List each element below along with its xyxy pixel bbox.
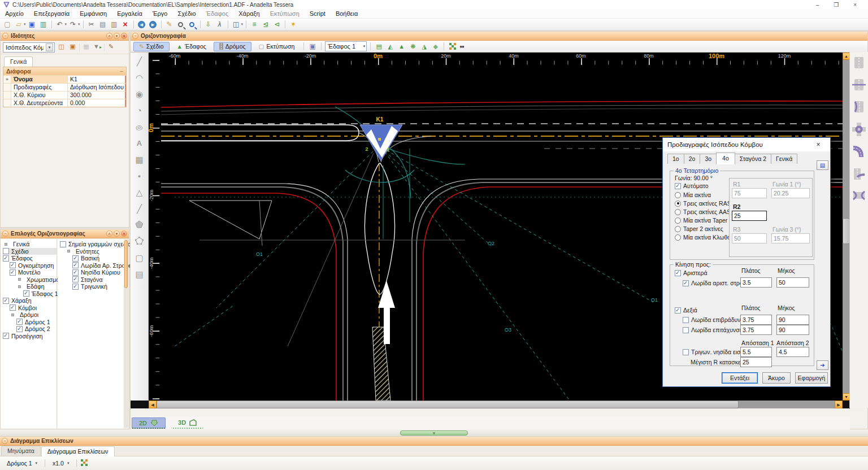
auto-checkbox[interactable]: Αυτόματο	[675, 182, 709, 189]
tree-item[interactable]: Δρόμος 1	[16, 319, 57, 326]
segment-tool-icon[interactable]: ╱	[133, 203, 146, 215]
redo-caret-icon[interactable]: ▾	[78, 22, 80, 27]
restore-button[interactable]: ❐	[834, 2, 839, 8]
tab-quadrant-4[interactable]: 4ο	[716, 153, 735, 164]
polygon-tool-icon[interactable]	[133, 236, 146, 247]
wand-icon[interactable]: ✶	[288, 20, 298, 29]
tree-item[interactable]: Έδαφος	[3, 255, 57, 262]
open-file-caret-icon[interactable]: ▾	[24, 22, 26, 27]
panel-rollup-icon[interactable]: ∧	[106, 33, 112, 39]
dialog-titlebar[interactable]: Προδιαγραφές Ισόπεδου Κόμβου ×	[663, 138, 830, 151]
tab-superelevation[interactable]: Διάγραμμα Επικλίσεων	[41, 446, 115, 456]
layers-icon[interactable]: ▣	[307, 42, 318, 51]
tree-item[interactable]: Εδάφη	[16, 283, 57, 290]
panel-collapse-icon[interactable]: −	[2, 438, 8, 444]
property-row-station-secondary[interactable]: Χ.Θ. Δευτερεύοντα 0.000	[3, 99, 126, 107]
road-crossing-icon[interactable]	[852, 79, 866, 91]
text-tool-icon[interactable]: A	[133, 138, 146, 149]
tree-item[interactable]: Δρόμος 2	[16, 325, 57, 333]
triangle-cut-icon[interactable]: ◮	[419, 43, 429, 50]
scale-select[interactable]: x1.0▾	[49, 459, 72, 467]
options-scrollbar[interactable]	[124, 240, 128, 428]
object-type-select[interactable]: Ισόπεδος Κόμβος▾	[3, 42, 55, 53]
road-edge-curve-icon[interactable]	[852, 101, 866, 113]
dialog-next-icon[interactable]: ➔	[817, 360, 828, 370]
menu-tools[interactable]: Εργαλεία	[112, 10, 147, 18]
window-layout-icon[interactable]: ◫	[231, 20, 241, 29]
decel-width-field[interactable]	[740, 315, 772, 325]
curved-road-icon[interactable]	[852, 146, 866, 158]
tree-item[interactable]: Δρόμοι	[10, 311, 57, 319]
mode-print-button[interactable]: ▢Εκτύπωση	[253, 42, 301, 51]
horizontal-splitter[interactable]: ▼	[0, 429, 868, 436]
tab-2d[interactable]: 2D	[132, 417, 166, 429]
tab-droplet-2[interactable]: Σταγόνα 2	[735, 154, 771, 164]
sheet-dotted-tool-icon[interactable]: ▤	[133, 269, 146, 280]
menu-view[interactable]: Εμφάνιση	[75, 10, 112, 18]
tree-item[interactable]: Σταγόνα	[72, 276, 124, 284]
panel-collapse-icon[interactable]: −	[2, 230, 8, 237]
panel-collapse-icon[interactable]: −	[2, 33, 8, 39]
radio-one-radius[interactable]: Μία ακτίνα	[675, 192, 711, 198]
sheet-tool-icon[interactable]: ▢	[133, 253, 146, 264]
tree-item[interactable]: Μοντέλο	[10, 269, 57, 276]
tree-item[interactable]: Κόμβοι	[10, 304, 57, 312]
line-tool-icon[interactable]: ╱	[133, 56, 146, 67]
tree-item[interactable]: Σημεία γραμμών σχεδίου	[60, 241, 124, 248]
zoom-in-icon[interactable]	[176, 20, 186, 29]
panel-close-icon[interactable]: ×	[121, 33, 127, 39]
menu-file[interactable]: Αρχείο	[0, 10, 29, 18]
roundabout-icon[interactable]	[852, 123, 866, 136]
diamond-icon[interactable]: ◆	[431, 43, 440, 50]
menu-project[interactable]: Έργο	[147, 10, 173, 18]
paste-icon[interactable]: ▥	[109, 20, 119, 29]
road-select[interactable]: Δρόμος 1▾	[3, 459, 41, 467]
r3-field[interactable]	[732, 233, 767, 243]
menu-script[interactable]: Script	[305, 10, 331, 18]
polygon-filled-tool-icon[interactable]	[133, 220, 146, 231]
tree-item[interactable]: Ογκομέτρηση	[10, 262, 57, 269]
tree-item[interactable]: Ενότητες	[66, 248, 124, 255]
ok-button[interactable]: Εντάξει	[722, 372, 758, 384]
cut-icon[interactable]: ✂	[86, 20, 97, 29]
surface-select[interactable]: Έδαφος 1▾	[325, 41, 367, 51]
pie-tool-icon[interactable]: ◔	[133, 105, 146, 116]
property-row-station-main[interactable]: Χ.Θ. Κύριου 300.000	[3, 91, 126, 99]
grid-points-icon[interactable]	[448, 42, 458, 51]
panel-rollup-icon[interactable]: ∧	[106, 230, 112, 237]
panel-dock-icon[interactable]: ▾	[114, 230, 120, 237]
tree-item[interactable]: Έδαφος 1	[23, 290, 57, 298]
export-icon[interactable]: ⇩	[203, 20, 214, 29]
arc-tool-icon[interactable]: ◠	[133, 72, 146, 84]
delete-icon[interactable]: ×	[120, 20, 131, 29]
dialog-form-icon[interactable]: ▤	[817, 160, 828, 170]
navigate-back-icon[interactable]: ◀	[137, 20, 147, 29]
navigate-forward-icon[interactable]: ▶	[148, 20, 158, 29]
filter-icon[interactable]: ▼▸	[93, 43, 102, 52]
import-green-icon[interactable]: ⊴	[261, 20, 271, 29]
left-checkbox[interactable]: Αριστερά	[675, 269, 708, 276]
tab-3d[interactable]: 3D	[171, 417, 203, 429]
surface-edit-icon[interactable]: ◭	[385, 43, 395, 50]
section-header[interactable]: Διάφορα−	[3, 67, 126, 75]
new-file-icon[interactable]: ▢	[2, 20, 12, 29]
max-r-field[interactable]	[740, 357, 772, 367]
apply-button[interactable]: Εφαρμογή	[795, 372, 828, 384]
circle-tool-icon[interactable]: ◉	[133, 89, 146, 100]
property-row-name[interactable]: » Όνομα K1	[3, 75, 126, 83]
tree-item[interactable]: Χρωματισμός	[16, 276, 57, 284]
property-row-spec[interactable]: Προδιαγραφές Διόρθωση Ισόπεδου Κόμβ	[3, 83, 126, 91]
tree-item[interactable]: Σχέδιο	[3, 248, 57, 255]
r1-field[interactable]	[732, 188, 767, 198]
tab-general[interactable]: Γενικά	[4, 56, 33, 67]
road-narrowing-icon[interactable]	[852, 190, 866, 201]
tree-item[interactable]: Γενικά	[3, 241, 57, 248]
left-turn-length-field[interactable]	[776, 277, 809, 288]
diagram-grid-icon[interactable]	[81, 459, 88, 467]
overlap-icon[interactable]: ▣	[68, 43, 77, 52]
dialog-close-icon[interactable]: ×	[811, 141, 826, 149]
tab-messages[interactable]: Μηνύματα	[1, 446, 41, 456]
right-checkbox[interactable]: Δεξιά	[675, 307, 697, 314]
tree-item[interactable]: Χάραξη	[3, 297, 57, 304]
measure-icon[interactable]: ✎	[164, 20, 175, 29]
